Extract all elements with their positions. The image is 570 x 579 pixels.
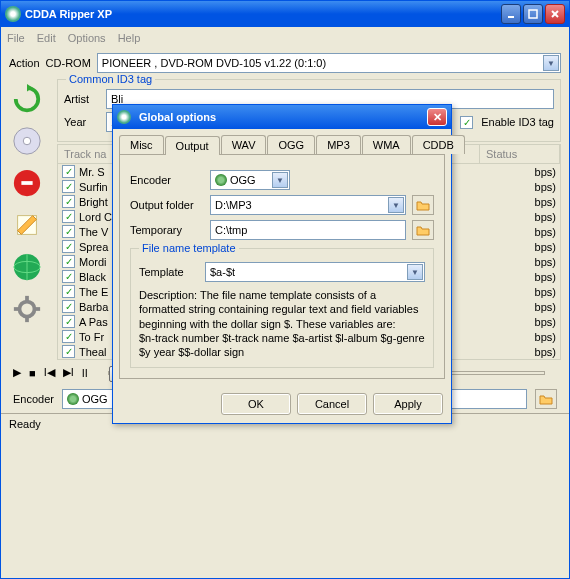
cdrom-value: PIONEER , DVD-ROM DVD-105 v1.22 (0:1:0) <box>102 57 326 69</box>
dialog-buttons: OK Cancel Apply <box>113 385 451 423</box>
tab-wma[interactable]: WMA <box>362 135 411 154</box>
browse-output-button[interactable] <box>412 195 434 215</box>
browse-folder-button[interactable] <box>535 389 557 409</box>
dialog-title: Global options <box>139 111 427 123</box>
dialog-output-folder-value: D:\MP3 <box>215 199 252 211</box>
tab-ogg[interactable]: OGG <box>267 135 315 154</box>
track-checkbox[interactable]: ✓ <box>62 270 75 283</box>
menubar: File Edit Options Help <box>1 27 569 49</box>
track-checkbox[interactable]: ✓ <box>62 225 75 238</box>
id3-group-label: Common ID3 tag <box>66 73 155 85</box>
encoder-label: Encoder <box>130 174 204 186</box>
artist-label: Artist <box>64 93 98 105</box>
tab-mp3[interactable]: MP3 <box>316 135 361 154</box>
global-options-dialog: Global options ✕ Misc Output WAV OGG MP3… <box>112 104 452 424</box>
dialog-close-button[interactable]: ✕ <box>427 108 447 126</box>
track-checkbox[interactable]: ✓ <box>62 330 75 343</box>
template-group-label: File name template <box>139 242 239 254</box>
svg-rect-8 <box>21 181 32 185</box>
track-bitrate: bps) <box>535 211 556 223</box>
svg-point-13 <box>20 302 35 317</box>
dialog-icon <box>117 110 131 124</box>
pause-button[interactable]: II <box>82 367 88 379</box>
titlebar: CDDA Ripper XP <box>1 1 569 27</box>
track-bitrate: bps) <box>535 271 556 283</box>
template-value: $a-$t <box>210 266 235 278</box>
gear-icon[interactable] <box>9 291 45 327</box>
track-checkbox[interactable]: ✓ <box>62 165 75 178</box>
track-bitrate: bps) <box>535 181 556 193</box>
dialog-output-folder-combo[interactable]: D:\MP3 ▼ <box>210 195 406 215</box>
tab-misc[interactable]: Misc <box>119 135 164 154</box>
svg-rect-1 <box>529 10 537 18</box>
next-button[interactable]: ▶I <box>63 366 74 379</box>
output-folder-label: Output folder <box>130 199 204 211</box>
dialog-encoder-combo[interactable]: OGG ▼ <box>210 170 290 190</box>
template-combo[interactable]: $a-$t ▼ <box>205 262 425 282</box>
menu-file[interactable]: File <box>7 32 25 44</box>
dialog-encoder-value: OGG <box>230 174 256 186</box>
sidebar <box>9 77 57 360</box>
ogg-icon <box>67 393 79 405</box>
chevron-down-icon: ▼ <box>407 264 423 280</box>
disc-icon[interactable] <box>9 123 45 159</box>
menu-edit[interactable]: Edit <box>37 32 56 44</box>
template-label: Template <box>139 266 199 278</box>
track-bitrate: bps) <box>535 226 556 238</box>
menu-help[interactable]: Help <box>118 32 141 44</box>
track-checkbox[interactable]: ✓ <box>62 180 75 193</box>
tab-strip: Misc Output WAV OGG MP3 WMA CDDB <box>113 129 451 154</box>
encoder-value: OGG <box>82 393 108 405</box>
track-checkbox[interactable]: ✓ <box>62 255 75 268</box>
track-checkbox[interactable]: ✓ <box>62 315 75 328</box>
temp-input[interactable] <box>210 220 406 240</box>
stop-icon[interactable] <box>9 165 45 201</box>
edit-icon[interactable] <box>9 207 45 243</box>
stop-button[interactable]: ■ <box>29 367 36 379</box>
track-bitrate: bps) <box>535 286 556 298</box>
cdrom-label: CD-ROM <box>46 57 91 69</box>
track-bitrate: bps) <box>535 241 556 253</box>
tab-wav[interactable]: WAV <box>221 135 267 154</box>
track-bitrate: bps) <box>535 196 556 208</box>
minimize-button[interactable] <box>501 4 521 24</box>
track-header-status[interactable]: Status <box>480 145 560 163</box>
dialog-titlebar: Global options ✕ <box>113 105 451 129</box>
browse-temp-button[interactable] <box>412 220 434 240</box>
enable-id3-label: Enable ID3 tag <box>481 116 554 128</box>
apply-button[interactable]: Apply <box>373 393 443 415</box>
app-icon <box>5 6 21 22</box>
track-bitrate: bps) <box>535 166 556 178</box>
tab-cddb[interactable]: CDDB <box>412 135 465 154</box>
maximize-button[interactable] <box>523 4 543 24</box>
status-text: Ready <box>9 418 41 430</box>
globe-icon[interactable] <box>9 249 45 285</box>
track-checkbox[interactable]: ✓ <box>62 195 75 208</box>
track-checkbox[interactable]: ✓ <box>62 345 75 358</box>
folder-icon <box>416 199 430 211</box>
year-label: Year <box>64 116 98 128</box>
track-bitrate: bps) <box>535 331 556 343</box>
cancel-button[interactable]: Cancel <box>297 393 367 415</box>
track-bitrate: bps) <box>535 346 556 358</box>
tab-panel-output: Encoder OGG ▼ Output folder D:\MP3 ▼ Tem… <box>119 154 445 379</box>
track-checkbox[interactable]: ✓ <box>62 210 75 223</box>
track-bitrate: bps) <box>535 316 556 328</box>
refresh-icon[interactable] <box>9 81 45 117</box>
play-button[interactable]: ▶ <box>13 366 21 379</box>
track-bitrate: bps) <box>535 301 556 313</box>
chevron-down-icon: ▼ <box>543 55 559 71</box>
prev-button[interactable]: I◀ <box>44 366 55 379</box>
menu-options[interactable]: Options <box>68 32 106 44</box>
track-checkbox[interactable]: ✓ <box>62 285 75 298</box>
temp-label: Temporary <box>130 224 204 236</box>
cdrom-combo[interactable]: PIONEER , DVD-ROM DVD-105 v1.22 (0:1:0) … <box>97 53 561 73</box>
ok-button[interactable]: OK <box>221 393 291 415</box>
close-button[interactable] <box>545 4 565 24</box>
enable-id3-checkbox[interactable]: ✓ <box>460 116 473 129</box>
track-checkbox[interactable]: ✓ <box>62 240 75 253</box>
folder-icon <box>416 224 430 236</box>
track-checkbox[interactable]: ✓ <box>62 300 75 313</box>
tab-output[interactable]: Output <box>165 136 220 155</box>
chevron-down-icon: ▼ <box>272 172 288 188</box>
